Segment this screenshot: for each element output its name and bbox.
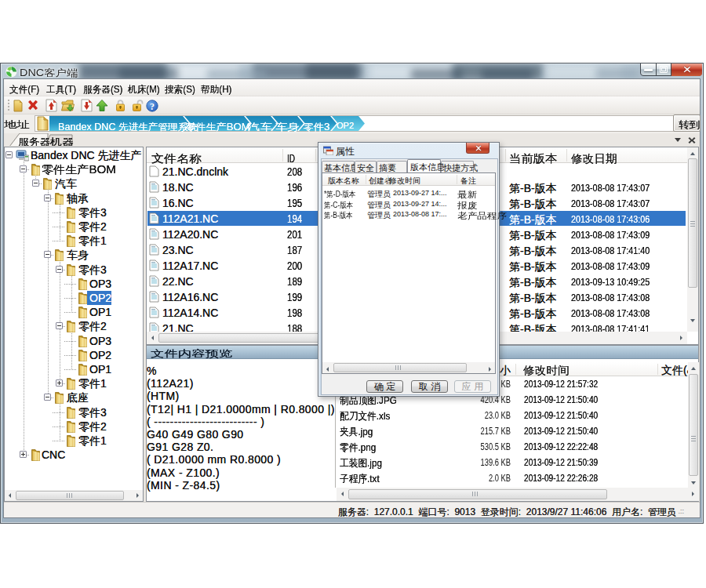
svg-text:?: ? [150,101,155,112]
